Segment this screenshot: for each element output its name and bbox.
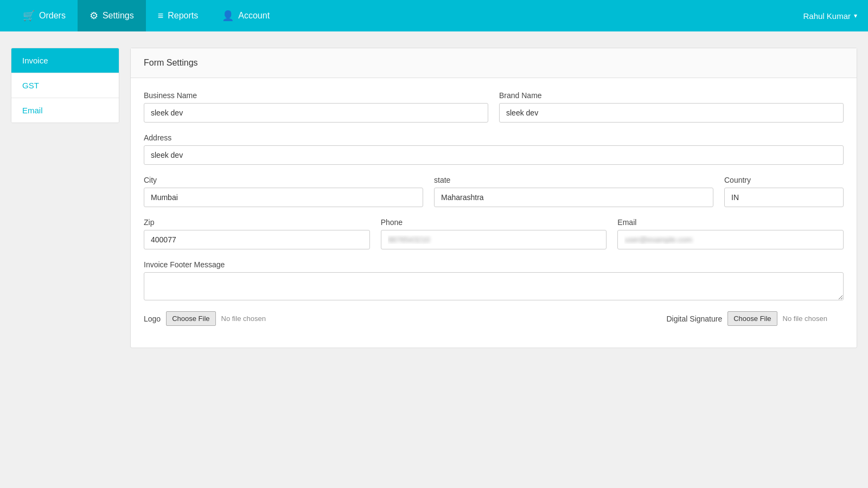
nav-reports[interactable]: ≡ Reports <box>146 0 210 31</box>
row-address: Address <box>144 133 844 165</box>
sidebar-item-email[interactable]: Email <box>11 98 119 123</box>
account-icon: 👤 <box>222 10 234 22</box>
city-label: City <box>144 176 423 184</box>
signature-choose-file-button[interactable]: Choose File <box>727 311 777 326</box>
business-name-input[interactable] <box>144 103 488 123</box>
brand-name-input[interactable] <box>499 103 844 123</box>
nav-left: 🛒 Orders ⚙ Settings ≡ Reports 👤 Account <box>11 0 282 31</box>
group-footer: Invoice Footer Message <box>144 260 844 300</box>
nav-account[interactable]: 👤 Account <box>210 0 282 31</box>
sidebar-item-gst[interactable]: GST <box>11 73 119 98</box>
form-body: Business Name Brand Name Address City <box>131 78 857 348</box>
gear-icon: ⚙ <box>90 10 98 22</box>
row-zip-phone-email: Zip Phone Email <box>144 218 844 249</box>
file-row: Logo Choose File No file chosen Digital … <box>144 311 844 326</box>
brand-name-label: Brand Name <box>499 91 844 100</box>
form-title: Form Settings <box>144 58 198 67</box>
logo-label: Logo <box>144 314 161 323</box>
phone-label: Phone <box>381 218 607 227</box>
main-container: Invoice GST Email Form Settings Business… <box>0 31 868 364</box>
user-menu[interactable]: Rahul Kumar <box>803 11 857 21</box>
group-phone: Phone <box>381 218 607 249</box>
nav-orders[interactable]: 🛒 Orders <box>11 0 78 31</box>
cart-icon: 🛒 <box>23 10 35 22</box>
country-label: Country <box>724 176 844 184</box>
group-zip: Zip <box>144 218 370 249</box>
group-country: Country <box>724 176 844 207</box>
group-email: Email <box>617 218 844 249</box>
signature-label: Digital Signature <box>667 314 723 323</box>
sidebar-item-invoice[interactable]: Invoice <box>11 48 119 73</box>
footer-input[interactable] <box>144 272 844 300</box>
logo-no-file: No file chosen <box>221 314 266 323</box>
nav-orders-label: Orders <box>39 11 66 21</box>
group-business-name: Business Name <box>144 91 488 123</box>
navbar: 🛒 Orders ⚙ Settings ≡ Reports 👤 Account … <box>0 0 868 31</box>
address-input[interactable] <box>144 145 844 165</box>
footer-label: Invoice Footer Message <box>144 260 844 269</box>
group-state: state <box>434 176 713 207</box>
nav-settings[interactable]: ⚙ Settings <box>78 0 146 31</box>
sidebar: Invoice GST Email <box>11 48 119 123</box>
row-footer: Invoice Footer Message <box>144 260 844 300</box>
group-address: Address <box>144 133 844 165</box>
signature-section: Digital Signature Choose File No file ch… <box>489 311 844 326</box>
email-input[interactable] <box>617 230 844 249</box>
logo-section: Logo Choose File No file chosen <box>144 311 482 326</box>
logo-choose-file-button[interactable]: Choose File <box>166 311 215 326</box>
nav-reports-label: Reports <box>168 11 198 21</box>
business-name-label: Business Name <box>144 91 488 100</box>
nav-account-label: Account <box>238 11 270 21</box>
phone-input[interactable] <box>381 230 607 249</box>
state-label: state <box>434 176 713 184</box>
group-city: City <box>144 176 423 207</box>
group-brand-name: Brand Name <box>499 91 844 123</box>
zip-input[interactable] <box>144 230 370 249</box>
user-name: Rahul Kumar <box>803 11 851 21</box>
city-input[interactable] <box>144 188 423 207</box>
row-city-state-country: City state Country <box>144 176 844 207</box>
address-label: Address <box>144 133 844 142</box>
form-panel: Form Settings Business Name Brand Name A… <box>130 48 857 348</box>
country-input[interactable] <box>724 188 844 207</box>
reports-icon: ≡ <box>158 10 164 22</box>
signature-no-file: No file chosen <box>783 314 827 323</box>
form-header: Form Settings <box>131 48 857 78</box>
zip-label: Zip <box>144 218 370 227</box>
nav-settings-label: Settings <box>103 11 134 21</box>
email-label: Email <box>617 218 844 227</box>
state-input[interactable] <box>434 188 713 207</box>
row-business-brand: Business Name Brand Name <box>144 91 844 123</box>
